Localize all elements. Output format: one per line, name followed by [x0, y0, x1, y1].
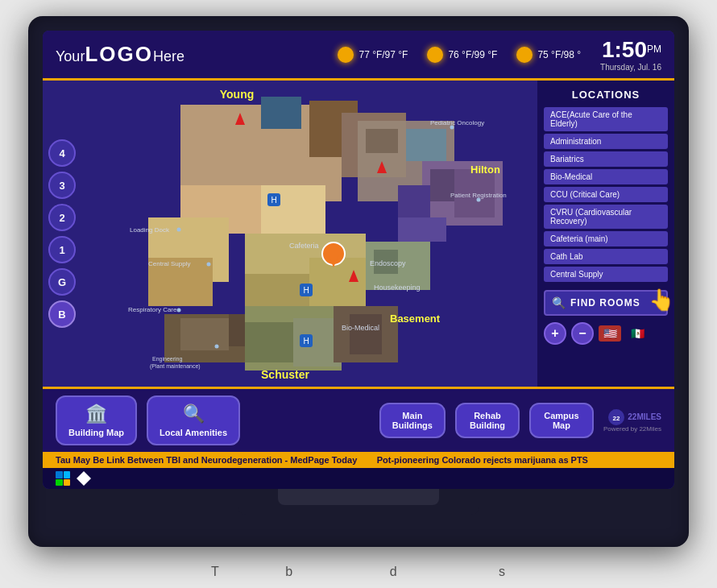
main-content: 4 3 2 1 G B	[43, 81, 674, 387]
local-amenities-btn[interactable]: 🔍 Local Amenities	[147, 395, 240, 445]
svg-text:Engineering: Engineering	[152, 356, 182, 362]
svg-rect-23	[180, 318, 229, 350]
floor-2[interactable]: 2	[48, 204, 76, 231]
locations-title: LOCATIONS	[544, 89, 668, 101]
news-ticker: Tau May Be Link Between TBI and Neurodeg…	[43, 452, 674, 468]
location-admin[interactable]: Administration	[544, 134, 668, 149]
svg-text:Hilton: Hilton	[470, 164, 500, 176]
svg-rect-6	[261, 185, 325, 234]
search-icon: 🔍	[552, 296, 566, 309]
weather-temp-1: 77 °F/97 °F	[358, 49, 408, 60]
weather-3: 75 °F/98 °	[516, 47, 581, 63]
flag-us[interactable]: 🇺🇸	[599, 325, 621, 342]
footer-bar	[43, 468, 674, 489]
floor-g[interactable]: G	[48, 268, 76, 296]
floor-1[interactable]: 1	[48, 236, 76, 263]
find-rooms-label: FIND ROOMS	[570, 297, 640, 308]
header: Your LOGO Here 77 °F/97 °F 76 °F/99 °F 7…	[43, 31, 674, 81]
ticker-text-2: Pot-pioneering Colorado rejects marijuan…	[377, 455, 588, 465]
flag-mx[interactable]: 🇲🇽	[626, 325, 649, 342]
building-map-label: Building Map	[68, 428, 124, 437]
svg-rect-9	[406, 129, 446, 161]
svg-rect-3	[261, 97, 301, 129]
building-map-icon: 🏛️	[85, 404, 107, 424]
zoom-in-button[interactable]: +	[544, 322, 566, 345]
local-amenities-label: Local Amenities	[160, 428, 227, 437]
building-map-svg: H H H Young Hilton Basement Schuster Loa…	[81, 81, 537, 387]
caption-text: T b d s	[211, 565, 506, 578]
location-bariatrics[interactable]: Bariatrics	[544, 151, 668, 167]
location-cafeteria[interactable]: Cafeteria (main)	[544, 231, 668, 246]
floor-sidebar: 4 3 2 1 G B	[43, 81, 81, 387]
cursor-icon: 👆	[649, 288, 674, 313]
rehab-building-btn[interactable]: Rehab Building	[455, 403, 520, 438]
caption: T b d s	[211, 563, 506, 580]
svg-text:Patient Registration: Patient Registration	[450, 192, 507, 199]
svg-text:Respiratory Care: Respiratory Care	[128, 306, 177, 313]
find-rooms-button[interactable]: 🔍 FIND ROOMS 👆	[544, 290, 668, 316]
campus-map-btn[interactable]: Campus Map	[529, 403, 594, 438]
logo-area: Your LOGO Here	[56, 42, 184, 67]
floor-b[interactable]: B	[48, 300, 76, 328]
zoom-out-button[interactable]: −	[571, 322, 594, 345]
nav-right: Main Buildings Rehab Building Campus Map…	[379, 403, 661, 438]
svg-text:22: 22	[613, 415, 620, 422]
location-biomedical[interactable]: Bio-Medical	[544, 169, 668, 184]
22miles-label: 22MILES	[628, 412, 661, 421]
svg-text:(Plant maintenance): (Plant maintenance)	[150, 363, 201, 370]
monitor-base	[238, 505, 479, 515]
main-buildings-btn[interactable]: Main Buildings	[379, 403, 446, 438]
screen: Your LOGO Here 77 °F/97 °F 76 °F/99 °F 7…	[43, 31, 674, 489]
clock-ampm: PM	[647, 43, 661, 55]
clock: 1:50PM Thursday, Jul. 16	[600, 37, 661, 72]
location-cathlab[interactable]: Cath Lab	[544, 249, 668, 264]
svg-text:Basement: Basement	[390, 313, 441, 325]
win-quad-4	[64, 479, 71, 487]
win-quad-3	[56, 479, 63, 487]
svg-text:Young: Young	[220, 88, 255, 101]
win-quad-1	[56, 471, 63, 478]
header-right: 77 °F/97 °F 76 °F/99 °F 75 °F/98 ° 1:50P…	[338, 37, 661, 72]
svg-text:Housekeeping: Housekeeping	[374, 284, 421, 292]
svg-text:Endoscopy: Endoscopy	[370, 259, 406, 267]
powered-by: 22 22MILES Powered by 22Miles	[603, 409, 661, 433]
win-quad-2	[64, 471, 71, 478]
nav-left: 🏛️ Building Map 🔍 Local Amenities	[56, 395, 240, 445]
find-rooms-section: 🔍 FIND ROOMS 👆	[544, 290, 668, 316]
22miles-icon: 22	[608, 409, 624, 425]
logo-your: Your	[56, 48, 85, 65]
clock-date: Thursday, Jul. 16	[600, 63, 661, 72]
weather-2: 76 °F/99 °F	[427, 47, 497, 63]
weather-1: 77 °F/97 °F	[338, 47, 408, 63]
svg-text:Central Supply: Central Supply	[148, 260, 190, 267]
svg-text:Cafeteria: Cafeteria	[289, 242, 319, 250]
svg-point-47	[207, 263, 211, 267]
floor-4[interactable]: 4	[48, 139, 76, 167]
monitor-stand	[278, 489, 439, 505]
diamond-icon	[77, 471, 91, 486]
windows-icon	[56, 471, 70, 486]
powered-logo: 22 22MILES	[608, 409, 661, 425]
svg-text:Schuster: Schuster	[261, 368, 309, 381]
map-area: H H H Young Hilton Basement Schuster Loa…	[81, 81, 537, 387]
svg-rect-14	[398, 217, 446, 242]
sun-icon-3	[516, 47, 533, 63]
rehab-building-label: Rehab Building	[470, 411, 505, 430]
svg-point-49	[177, 308, 181, 313]
logo-here: Here	[153, 48, 184, 65]
local-amenities-icon: 🔍	[183, 404, 205, 424]
location-ace[interactable]: ACE(Acute Care of the Elderly)	[544, 107, 668, 131]
location-central-supply[interactable]: Central Supply	[544, 267, 668, 282]
logo-logo: LOGO	[85, 42, 153, 67]
svg-point-51	[215, 345, 219, 349]
ticker-text-1: Tau May Be Link Between TBI and Neurodeg…	[56, 455, 357, 465]
main-buildings-label: Main Buildings	[392, 411, 433, 430]
svg-text:H: H	[303, 337, 309, 346]
floor-3[interactable]: 3	[48, 172, 76, 199]
building-map-btn[interactable]: 🏛️ Building Map	[56, 395, 137, 445]
location-ccu[interactable]: CCU (Critical Care)	[544, 187, 668, 202]
location-cvru[interactable]: CVRU (Cardiovascular Recovery)	[544, 205, 668, 229]
svg-rect-8	[366, 129, 398, 153]
zoom-controls: + − 🇺🇸 🇲🇽	[544, 322, 668, 345]
weather-temp-3: 75 °F/98 °	[537, 49, 581, 60]
